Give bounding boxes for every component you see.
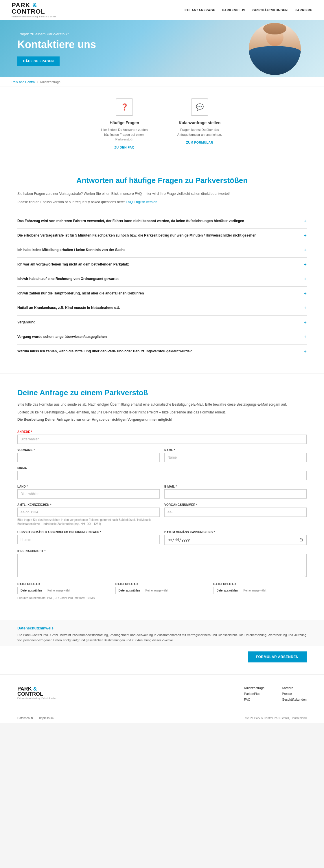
- footer-link-kulanzanfrage[interactable]: Kulanzanfrage: [244, 686, 264, 690]
- faq-section-title: Antworten auf häufige Fragen zu Parkvers…: [18, 176, 306, 186]
- faq-english-text: Please find an English version of our fr…: [18, 199, 306, 205]
- card-faq: ❓ Häufige Fragen Hier findest Du Antwort…: [98, 98, 151, 149]
- land-select[interactable]: Bitte wählen Deutschland Österreich Schw…: [18, 489, 160, 499]
- form-section: Deine Anfrage zu einem Parkverstoß Bitte…: [0, 374, 324, 620]
- file-label-3: DATEI UPLOAD: [213, 583, 306, 586]
- faq-item-text-3: Ich war am vorgeworfenen Tag nicht an de…: [18, 262, 303, 267]
- footer-impressum[interactable]: Impressum: [39, 717, 54, 720]
- nav-karriere[interactable]: KARRIERE: [295, 8, 313, 12]
- breadcrumb: Park and Control › Kulanzanfrage: [0, 77, 324, 87]
- faq-item-2[interactable]: Ich habe keine Mitteilung erhalten / kei…: [18, 243, 306, 257]
- cards-section: ❓ Häufige Fragen Hier findest Du Antwort…: [0, 87, 324, 161]
- kfz-hint: Bitte tragen Sie das Kennzeichen in den …: [18, 518, 160, 526]
- logo: PARK &CONTROL Parkraumbewirtschaftung. E…: [11, 2, 56, 18]
- vorgang-input[interactable]: [164, 507, 306, 517]
- form-desc-2: Solltest Du keine Bestätigungs-E-Mail er…: [18, 410, 306, 415]
- faq-item-text-6: Notfall an Krankenhaus, z.B. Kind musste…: [18, 305, 303, 310]
- faq-plus-icon-1: +: [303, 233, 306, 239]
- faq-item-9[interactable]: Warum muss ich zahlen, wenn die Mitteilu…: [18, 344, 306, 359]
- file-btn-3[interactable]: Datei auswählen: [213, 587, 241, 594]
- footer: PARK &CONTROL Parkraumbewirtschaftung. E…: [0, 674, 324, 723]
- submit-row: FORMULAR ABSENDEN: [0, 646, 324, 674]
- nav-kulanzanfrage[interactable]: KULANZANFRAGE: [185, 8, 215, 12]
- faq-item-text-5: Ich/wir zahlen nur die Hauptforderung, n…: [18, 291, 303, 296]
- footer-logo: PARK &CONTROL Parkraumbewirtschaftung. E…: [18, 686, 56, 699]
- file-none-3: Keine ausgewählt: [243, 589, 266, 592]
- email-input[interactable]: [164, 489, 306, 499]
- faq-item-text-4: Ich/wir habe/n auf eine Rechnung von Ord…: [18, 276, 303, 281]
- footer-logo-sub: Parkraumbewirtschaftung. Einfach & siche…: [18, 697, 56, 699]
- kulanz-icon: 💬: [191, 98, 208, 116]
- header: PARK &CONTROL Parkraumbewirtschaftung. E…: [0, 0, 324, 20]
- uhrzeit-group: UHRZEIT GEMÄSS KASSENBELEG BEI EINEM EIN…: [18, 531, 160, 545]
- faq-item-3[interactable]: Ich war am vorgeworfenen Tag nicht an de…: [18, 257, 306, 272]
- footer-link-presse[interactable]: Presse: [282, 692, 306, 695]
- vorname-group: VORNAME *: [18, 448, 160, 462]
- card-faq-title: Häufige Fragen: [98, 120, 151, 125]
- faq-item-1[interactable]: Die erhobene Vertragsstrafe ist für 5 Mi…: [18, 228, 306, 243]
- footer-link-faq[interactable]: FAQ: [244, 698, 264, 701]
- file-none-2: Keine ausgewählt: [145, 589, 168, 592]
- footer-datenschutz[interactable]: Datenschutz: [18, 717, 34, 720]
- kfz-group: AMTL. KENNZEICHEN * Bitte tragen Sie das…: [18, 503, 160, 526]
- anrede-label: ANREDE *: [18, 430, 306, 433]
- anrede-select[interactable]: Bitte wählen Herr Frau: [18, 435, 306, 444]
- nav-geschaeftskunden[interactable]: GESCHÄFTSKUNDEN: [252, 8, 288, 12]
- land-email-row: LAND * Bitte wählen Deutschland Österrei…: [18, 485, 306, 499]
- uhrzeit-input[interactable]: [18, 535, 160, 544]
- faq-item-4[interactable]: Ich/wir habe/n auf eine Rechnung von Ord…: [18, 272, 306, 286]
- kfz-vorgang-row: AMTL. KENNZEICHEN * Bitte tragen Sie das…: [18, 503, 306, 526]
- footer-col-2: Karriere Presse Geschäftskunden: [282, 686, 306, 701]
- vorname-input[interactable]: [18, 453, 160, 462]
- land-label: LAND *: [18, 485, 160, 488]
- submit-button[interactable]: FORMULAR ABSENDEN: [248, 651, 306, 662]
- footer-link-parkenplus[interactable]: ParkenPlus: [244, 692, 264, 695]
- file-group-1: DATEI UPLOAD Datei auswählen Keine ausge…: [18, 583, 111, 594]
- footer-link-karriere[interactable]: Karriere: [282, 686, 306, 690]
- datum-group: DATUM GEMÄSS KASSENBELEG *: [164, 531, 306, 545]
- card-faq-link[interactable]: ZU DEN FAQ: [114, 146, 134, 149]
- faq-icon: ❓: [116, 98, 133, 116]
- card-kulanz-desc: Fragen kannst Du über das Anfrageformula…: [173, 127, 226, 137]
- footer-copyright: ©2021 Park & Control P&C GmbH, Deutschla…: [245, 717, 306, 720]
- name-group: NAME *: [164, 448, 306, 462]
- faq-plus-icon-3: +: [303, 262, 306, 268]
- breadcrumb-current: Kulanzanfrage: [40, 80, 61, 84]
- file-btn-2[interactable]: Datei auswählen: [116, 587, 143, 594]
- firma-group: FIRMA: [18, 467, 306, 480]
- firma-input[interactable]: [18, 471, 306, 480]
- breadcrumb-home[interactable]: Park and Control: [11, 80, 36, 84]
- privacy-title: Datenschutzhinweis: [18, 626, 306, 630]
- file-input-row-1: Datei auswählen Keine ausgewählt: [18, 587, 111, 594]
- nachricht-textarea[interactable]: [18, 554, 306, 577]
- file-group-3: DATEI UPLOAD Datei auswählen Keine ausge…: [213, 583, 306, 594]
- faq-item-6[interactable]: Notfall an Krankenhaus, z.B. Kind musste…: [18, 301, 306, 315]
- kfz-input[interactable]: [18, 507, 160, 517]
- faq-item-7[interactable]: Verjährung +: [18, 315, 306, 330]
- land-group: LAND * Bitte wählen Deutschland Österrei…: [18, 485, 160, 499]
- file-input-row-3: Datei auswählen Keine ausgewählt: [213, 587, 306, 594]
- email-label: E-MAIL *: [164, 485, 306, 488]
- footer-nav: Kulanzanfrage ParkenPlus FAQ Karriere Pr…: [74, 686, 306, 701]
- file-btn-1[interactable]: Datei auswählen: [18, 587, 45, 594]
- name-input[interactable]: [164, 453, 306, 462]
- faq-item-5[interactable]: Ich/wir zahlen nur die Hauptforderung, n…: [18, 286, 306, 301]
- hero-subtitle: Fragen zu einem Parkverstoß?: [18, 32, 96, 36]
- form-desc-1: Bitte fülle das Formular aus und sende e…: [18, 402, 306, 407]
- card-kulanz-link[interactable]: ZUM FORMULAR: [186, 141, 213, 144]
- nav-parkenplus[interactable]: PARKENPLUS: [222, 8, 245, 12]
- kfz-label: AMTL. KENNZEICHEN *: [18, 503, 160, 506]
- faq-english-link[interactable]: FAQ English version: [126, 200, 157, 204]
- faq-item-0[interactable]: Das Fahrzeug wird von mehreren Fahrern v…: [18, 214, 306, 228]
- faq-item-8[interactable]: Vorgang wurde schon lange überwiesen/aus…: [18, 330, 306, 344]
- footer-link-geschaeftskunden[interactable]: Geschäftskunden: [282, 698, 306, 701]
- hero-content: Fragen zu einem Parkverstoß? Kontaktiere…: [18, 32, 96, 66]
- hero-faq-button[interactable]: HÄUFIGE FRAGEN: [18, 57, 60, 66]
- hero-image: [237, 20, 313, 77]
- card-kulanz-title: Kulanzanfrage stellen: [173, 120, 226, 125]
- firma-label: FIRMA: [18, 467, 306, 470]
- name-row: VORNAME * NAME *: [18, 448, 306, 462]
- datum-input[interactable]: [164, 535, 306, 545]
- faq-section: Antworten auf häufige Fragen zu Parkvers…: [0, 161, 324, 374]
- vorgang-group: VORGANGSNUMMER *: [164, 503, 306, 526]
